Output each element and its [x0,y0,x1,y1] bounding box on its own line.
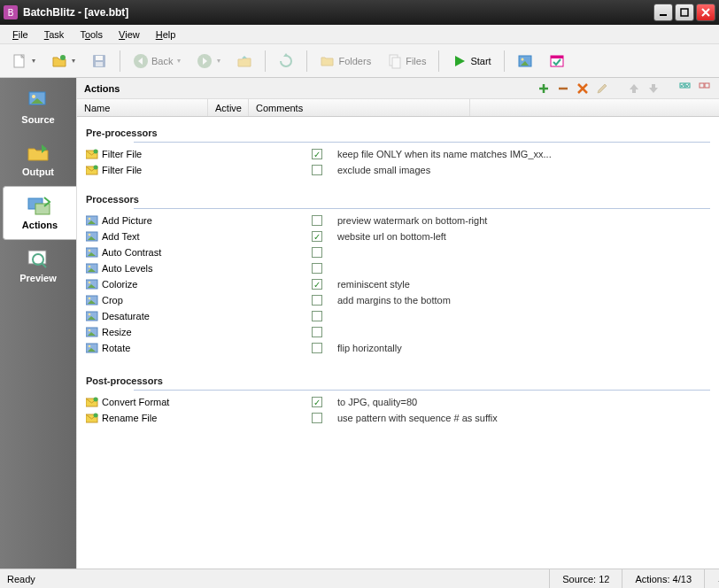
column-headers: Name Active Comments [77,99,719,117]
svg-rect-1 [681,9,688,16]
check-all-button[interactable] [678,81,692,96]
action-row[interactable]: Auto Levels [77,260,719,276]
action-active-checkbox[interactable] [297,295,337,306]
action-comment: exclude small images [337,165,719,175]
minimize-button[interactable] [653,4,673,21]
action-row[interactable]: Resize [77,324,719,340]
titlebar: B BatchBlitz - [ave.bbt] [0,0,719,25]
action-active-checkbox[interactable] [297,327,337,337]
svg-rect-10 [392,58,400,68]
action-row[interactable]: Convert Format✓to JPG, quality=80 [77,394,719,410]
image-icon [517,53,533,69]
status-source: Source: 12 [549,569,622,588]
image-settings-button[interactable] [511,49,539,74]
files-button[interactable]: Files [381,49,432,74]
action-comment: website url on bottom-left [337,231,719,242]
window-title: BatchBlitz - [ave.bbt] [23,6,653,19]
action-active-checkbox[interactable]: ✓ [297,149,337,159]
files-icon [387,53,403,69]
delete-action-button[interactable] [576,81,590,96]
panel-header: Actions [77,78,719,99]
svg-rect-24 [700,83,704,88]
action-row[interactable]: Rename Fileuse pattern with sequence # a… [77,410,719,426]
move-up-button[interactable] [627,81,641,96]
svg-point-37 [89,266,91,268]
uncheck-all-button[interactable] [698,81,712,96]
svg-point-33 [89,234,91,236]
column-comments[interactable]: Comments [249,99,470,116]
image-icon [86,246,98,259]
action-active-checkbox[interactable] [297,247,337,258]
folders-button[interactable]: Folders [313,49,377,74]
column-name[interactable]: Name [77,99,208,116]
preview-icon [24,247,52,270]
action-active-checkbox[interactable] [297,311,337,321]
output-icon [24,141,52,164]
menu-view[interactable]: View [112,27,147,42]
menu-file[interactable]: File [5,27,35,42]
image-icon [86,278,98,290]
sidebar-item-actions[interactable]: Actions [3,186,76,240]
move-down-button[interactable] [646,81,661,96]
action-row[interactable]: Filter File✓keep file ONLY when its name… [77,146,719,162]
column-active[interactable]: Active [208,99,249,116]
up-button[interactable] [230,49,259,74]
delete-x-icon [576,82,589,95]
svg-rect-5 [96,56,103,60]
action-active-checkbox[interactable]: ✓ [297,397,337,407]
options-button[interactable] [543,49,571,74]
add-action-button[interactable] [537,81,551,96]
folders-label: Folders [338,56,371,66]
svg-point-39 [89,282,91,284]
forward-button[interactable]: ▾ [190,49,227,74]
sidebar-item-preview[interactable]: Preview [0,240,76,292]
action-row[interactable]: Colorize✓reminiscent style [77,276,719,292]
svg-point-43 [89,313,91,316]
action-active-checkbox[interactable]: ✓ [297,279,337,290]
menu-task[interactable]: Task [37,27,72,42]
sidebar-item-output[interactable]: Output [0,134,76,186]
maximize-button[interactable] [675,4,694,21]
action-row[interactable]: Desaturate [77,308,719,324]
menu-help[interactable]: Help [149,27,183,42]
remove-action-button[interactable] [556,81,570,96]
plus-icon [537,82,550,95]
open-button[interactable]: ▾ [45,49,81,74]
action-active-checkbox[interactable] [297,413,337,423]
play-icon [452,53,468,69]
start-button[interactable]: Start [445,49,497,74]
new-button[interactable]: ▾ [5,49,42,74]
action-comment: add margins to the bottom [337,295,719,306]
panel-title: Actions [84,83,537,94]
action-active-checkbox[interactable] [297,343,337,353]
action-row[interactable]: Auto Contrast [77,244,719,260]
action-row[interactable]: Filter Fileexclude small images [77,162,719,178]
image-icon [86,310,98,322]
action-row[interactable]: Cropadd margins to the bottom [77,292,719,308]
action-comment: preview watermark on bottom-right [337,215,719,226]
menu-tools[interactable]: Tools [73,27,110,42]
group-title: Processors [77,190,719,208]
toolbar: ▾ ▾ Back ▾ ▾ Folders [0,44,719,78]
action-row[interactable]: Add Picturepreview watermark on bottom-r… [77,213,719,228]
action-active-checkbox[interactable]: ✓ [297,231,337,242]
resize-grip[interactable]: ⋰ [704,569,719,588]
action-active-checkbox[interactable] [297,263,337,274]
refresh-button[interactable] [272,49,300,74]
save-button[interactable] [85,49,113,74]
up-folder-icon [236,53,252,69]
sidebar-item-label: Preview [19,273,57,283]
action-row[interactable]: Add Text✓website url on bottom-left [77,228,719,244]
action-active-checkbox[interactable] [297,165,337,175]
separator [120,50,120,72]
action-row[interactable]: Rotateflip horizontally [77,340,719,356]
edit-action-button[interactable] [595,81,609,96]
action-active-checkbox[interactable] [297,215,337,226]
sidebar-item-source[interactable]: Source [0,81,76,134]
statusbar: Ready Source: 12 Actions: 4/13 ⋰ [0,569,719,588]
main-panel: Actions [76,78,719,569]
close-button[interactable] [696,4,715,21]
action-name: Colorize [102,279,297,290]
svg-point-47 [89,345,91,348]
back-button[interactable]: Back ▾ [127,49,187,74]
